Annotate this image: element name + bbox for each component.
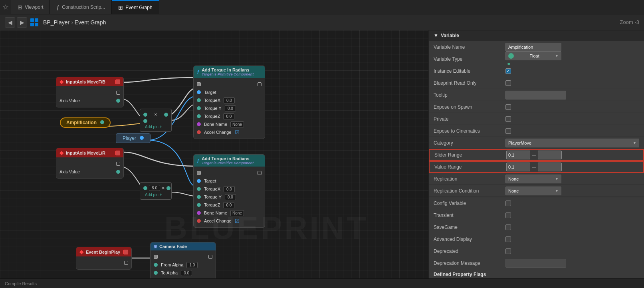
transient-checkbox[interactable] <box>505 213 511 218</box>
torque2-bone-pin <box>197 211 201 215</box>
blueprint-read-only-label: Blueprint Read Only <box>434 80 505 86</box>
advanced-display-label: Advanced Display <box>434 236 505 242</box>
torque2-z-val: 0.0 <box>223 202 234 208</box>
forward-button[interactable]: ▶ <box>17 17 27 28</box>
fade-toalpha-val: 0.0 <box>181 270 192 276</box>
category-dropdown[interactable]: PlayerMove ▼ <box>505 139 639 147</box>
variable-type-dropdown[interactable]: Float ▼ <box>505 52 561 60</box>
expose-on-spawn-checkbox[interactable] <box>505 104 511 110</box>
breadcrumb-blueprint: BP_Player <box>43 19 69 26</box>
slider-range-max-input[interactable] <box>538 151 562 159</box>
blueprint-grid-icon <box>30 18 38 26</box>
torque1-bone-val: None <box>230 121 244 127</box>
defined-flags-header: Defined Property Flags <box>429 269 644 278</box>
amplification-out-pin <box>100 120 104 124</box>
player-out-pin <box>140 136 144 140</box>
multiply-node-1[interactable]: × Add pin + <box>140 109 172 132</box>
blueprint-canvas[interactable]: ◆ InputAxis MoveF/B Axis Value ◆ InputAx… <box>0 30 428 278</box>
axis-value-pin <box>116 99 120 103</box>
torque1-accel-pin <box>197 130 201 134</box>
expose-on-spawn-row: Expose on Spawn <box>429 101 644 113</box>
begin-play-out-pin <box>124 261 128 265</box>
multiply-node-2[interactable]: 8.0 × Add pin + <box>140 182 172 200</box>
torque2-x-val: 0.0 <box>224 186 235 192</box>
breadcrumb: ◀ ▶ BP_Player › Event Graph Zoom -3 <box>0 14 644 30</box>
add-torque-2-node[interactable]: ƒ Add Torque in Radians Target is Primit… <box>193 154 265 228</box>
replication-condition-row: Replication Condition None ▼ <box>429 185 644 197</box>
mul1-in1 <box>143 113 147 117</box>
breadcrumb-separator: › <box>71 19 73 26</box>
torque2-y-pin <box>197 195 201 199</box>
torque2-bone-val: None <box>230 210 244 216</box>
value-range-max-input[interactable] <box>538 163 562 171</box>
expose-cinematics-label: Expose to Cinematics <box>434 128 505 134</box>
exec-out-pin <box>116 91 120 95</box>
tab-event-graph[interactable]: ⊞ Event Graph <box>112 0 159 14</box>
add-pin-1[interactable]: Add pin + <box>142 124 170 130</box>
config-variable-checkbox[interactable] <box>505 201 511 206</box>
blueprint-read-only-row: Blueprint Read Only <box>429 77 644 89</box>
main-area: ◆ InputAxis MoveF/B Axis Value ◆ InputAx… <box>0 30 644 278</box>
deprecated-label: Deprecated <box>434 248 505 254</box>
category-arrow: ▼ <box>633 141 636 145</box>
deprecated-row: Deprecated <box>429 245 644 257</box>
tab-construction[interactable]: ƒ Construction Scrip... <box>50 0 112 14</box>
deprecation-message-input[interactable] <box>505 259 566 268</box>
category-row: Category PlayerMove ▼ <box>429 137 644 149</box>
slider-range-row: Slider Range — <box>429 149 644 161</box>
float-indicator <box>508 53 514 59</box>
replication-condition-dropdown[interactable]: None ▼ <box>505 187 561 195</box>
add-torque-1-node[interactable]: ƒ Add Torque in Radians Target is Primit… <box>193 66 265 139</box>
exec-out-pin2 <box>116 162 120 166</box>
torque2-exec-out <box>258 171 262 175</box>
tab-viewport[interactable]: ⊞ Viewport <box>11 0 50 14</box>
camera-fade-node[interactable]: ⊞ Camera Fade From Alpha 1.0 To Alpha <box>150 242 216 278</box>
breadcrumb-path: BP_Player › Event Graph <box>43 19 106 26</box>
torque2-y-val: 0.0 <box>225 194 236 200</box>
expose-cinematics-checkbox[interactable] <box>505 128 511 134</box>
event-begin-play-node[interactable]: ◆ Event BeginPlay <box>76 247 132 270</box>
torque2-accel-pin <box>197 219 201 223</box>
variable-type-label: Variable Type <box>434 56 505 62</box>
input-axis-movelr-node[interactable]: ◆ InputAxis MoveL/R Axis Value <box>56 148 124 179</box>
node-header-beginplay: ◆ Event BeginPlay <box>76 247 131 256</box>
input-axis-movefb-node[interactable]: ◆ InputAxis MoveF/B Axis Value <box>56 77 124 107</box>
range-separator-1: — <box>532 153 536 157</box>
private-checkbox[interactable] <box>505 116 511 122</box>
slider-range-label: Slider Range <box>434 152 506 158</box>
breadcrumb-graph: Event Graph <box>75 19 106 26</box>
amplification-variable-node[interactable]: Amplification <box>60 117 111 128</box>
savegame-checkbox[interactable] <box>505 224 511 230</box>
axis-value-row: Axis Value <box>56 97 123 105</box>
torque2-exec-in <box>197 171 201 175</box>
blueprint-read-only-checkbox[interactable] <box>505 80 511 86</box>
fade-exec-out <box>208 255 212 259</box>
variable-name-input[interactable] <box>505 43 561 52</box>
node-header-movefb: ◆ InputAxis MoveF/B <box>56 77 123 86</box>
player-node[interactable]: Player <box>116 133 151 143</box>
advanced-display-checkbox[interactable] <box>505 236 511 242</box>
torque1-z-val: 0.0 <box>223 113 234 119</box>
construction-icon: ƒ <box>56 4 59 10</box>
tooltip-label: Tooltip <box>434 92 505 98</box>
fade-exec-in <box>154 255 158 259</box>
replication-dropdown[interactable]: None ▼ <box>505 175 561 183</box>
tooltip-input[interactable] <box>505 91 566 99</box>
star-button[interactable]: ☆ <box>0 2 11 13</box>
deprecated-checkbox[interactable] <box>505 248 511 254</box>
tab-bar: ☆ ⊞ Viewport ƒ Construction Scrip... ⊞ E… <box>0 0 644 14</box>
begin-play-exec-out <box>76 259 131 267</box>
slider-range-min-input[interactable] <box>506 151 530 159</box>
instance-editable-row: Instance Editable ✓ <box>429 65 644 77</box>
node-header-movelr: ◆ InputAxis MoveL/R <box>56 148 123 157</box>
torque1-x-pin <box>197 98 201 102</box>
config-variable-label: Config Variable <box>434 201 505 206</box>
back-button[interactable]: ◀ <box>5 17 15 28</box>
deprecation-message-label: Deprecation Message <box>434 260 505 266</box>
torque1-target-pin <box>197 90 201 94</box>
add-pin-2[interactable]: Add pin + <box>142 192 170 198</box>
instance-editable-checkbox[interactable]: ✓ <box>505 68 511 74</box>
replication-arrow: ▼ <box>555 177 559 181</box>
value-range-min-input[interactable] <box>506 163 530 171</box>
collapse-icon: ▼ <box>434 33 438 38</box>
